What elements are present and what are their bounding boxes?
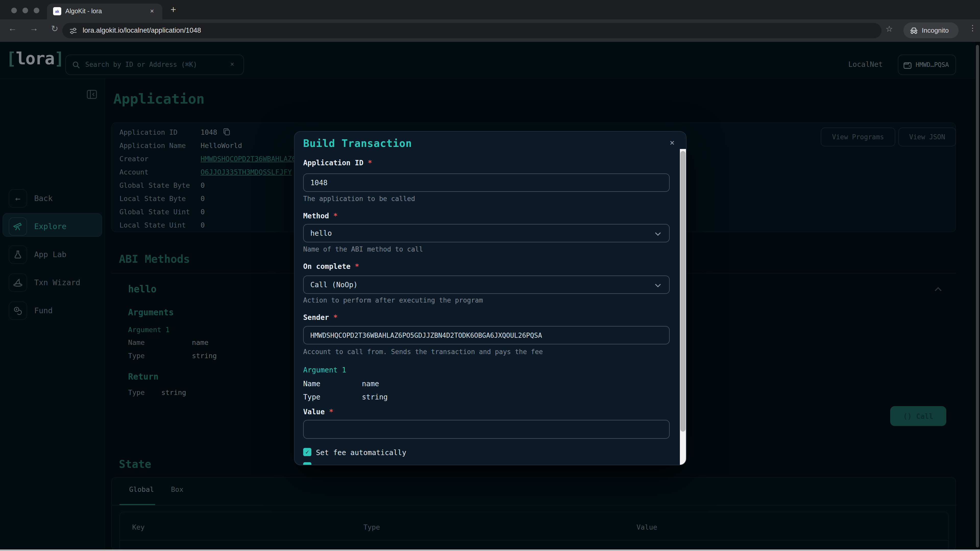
required-asterisk: * [333, 212, 338, 220]
fee-checkbox-label: Set fee automatically [316, 448, 406, 457]
browser-menu-icon[interactable]: ⋮ [969, 24, 977, 33]
bookmark-star-icon[interactable]: ☆ [886, 24, 893, 34]
telescope-icon [9, 218, 27, 236]
page-title: Application [113, 91, 205, 106]
creator-address-link[interactable]: HMWDSHQCOPD2T36WBAHLAZ6PO5GDJJZBN4D2TODK… [200, 155, 296, 163]
abi-method-name[interactable]: hello [128, 284, 156, 294]
arrow-left-icon: ← [9, 189, 27, 208]
view-json-button[interactable]: View JSON [898, 127, 956, 146]
sender-input[interactable] [303, 326, 670, 345]
reload-icon[interactable]: ↻ [51, 24, 59, 34]
search-input[interactable]: Search by ID or Address (⌘K) × [65, 55, 244, 75]
sidebar-item-fund[interactable]: Fund [0, 300, 105, 322]
browser-tab[interactable]: ak AlgoKit - lora × [47, 3, 162, 19]
fee-checkbox[interactable]: ✓ [303, 448, 311, 456]
incognito-badge: Incognito [904, 22, 959, 38]
state-table: Key Type Value [119, 512, 949, 551]
abi-return-type-label: Type [128, 388, 145, 396]
abi-name-value: name [192, 338, 208, 346]
site-info-icon[interactable] [69, 27, 77, 35]
application-id-helper: The application to be called [303, 195, 415, 203]
detail-value: 0 [200, 181, 205, 189]
check-icon: ✓ [305, 448, 309, 456]
abi-arguments-title: Arguments [128, 308, 174, 318]
screen: ak AlgoKit - lora × + ← → ↻ lora.algokit… [0, 0, 980, 551]
modal-scrollbar-thumb[interactable] [680, 151, 686, 432]
sender-label: Sender * [303, 313, 338, 321]
method-select-value: hello [310, 229, 332, 237]
new-tab-button[interactable]: + [170, 4, 176, 15]
on-complete-select[interactable]: Call (NoOp) [303, 275, 670, 294]
detail-label: Account [119, 168, 148, 176]
search-icon [73, 61, 80, 69]
url-text: lora.algokit.io/localnet/application/104… [83, 27, 201, 34]
sender-helper: Account to call from. Sends the transact… [303, 348, 543, 356]
tab-global[interactable]: Global [129, 485, 154, 493]
column-header-type: Type [363, 523, 380, 531]
back-icon[interactable]: ← [8, 24, 17, 34]
on-complete-label: On complete * [303, 262, 359, 270]
logo-bracket: ] [54, 48, 64, 68]
detail-value: HelloWorld [200, 141, 242, 149]
tab-box[interactable]: Box [171, 485, 183, 493]
logo-bracket: [ [6, 48, 16, 68]
method-select[interactable]: hello [303, 224, 670, 242]
view-programs-button[interactable]: View Programs [821, 127, 895, 146]
dialog-title: Build Transaction [303, 137, 412, 149]
value-label: Value * [303, 408, 333, 416]
abi-type-value: string [192, 351, 217, 360]
account-address-link[interactable]: O6JJOJ335TH3MDQSSLFJFY [200, 168, 296, 176]
lora-logo[interactable]: [lora] [6, 48, 64, 68]
tab-strip: ak AlgoKit - lora × + [0, 0, 980, 19]
traffic-close-icon[interactable] [11, 8, 17, 13]
wizard-hat-icon [9, 273, 27, 292]
collapse-sidebar-icon[interactable] [87, 90, 97, 99]
on-complete-select-value: Call (NoOp) [310, 281, 358, 289]
state-card: Global Box Key Type Value [111, 477, 956, 551]
sidebar-item-back[interactable]: ← Back [0, 187, 105, 210]
application-id-input[interactable] [303, 173, 670, 192]
dialog-close-icon[interactable]: × [670, 138, 675, 148]
sidebar-item-app-lab[interactable]: App Lab [0, 243, 105, 266]
wallet-address-label: HMWD…PQSA [916, 61, 949, 68]
search-placeholder: Search by ID or Address (⌘K) [85, 61, 197, 68]
sidebar-item-label: App Lab [34, 250, 66, 259]
method-label: Method * [303, 212, 338, 220]
network-selector[interactable]: LocalNet [848, 60, 883, 68]
traffic-minimize-icon[interactable] [22, 8, 28, 13]
traffic-zoom-icon[interactable] [34, 8, 39, 13]
method-helper: Name of the ABI method to call [303, 245, 423, 253]
state-title: State [119, 458, 151, 470]
page-scrollbar-thumb[interactable] [976, 45, 979, 548]
sidebar-item-txn-wizard[interactable]: Txn Wizard [0, 272, 105, 294]
incognito-label: Incognito [922, 27, 949, 34]
detail-label: Creator [119, 155, 148, 163]
tab-favicon: ak [53, 7, 61, 15]
detail-value: 0 [200, 221, 205, 229]
sidebar-item-label: Explore [34, 222, 66, 231]
detail-value: 0 [200, 208, 205, 216]
on-complete-helper: Action to perform after executing the pr… [303, 297, 483, 304]
required-asterisk: * [368, 159, 372, 167]
tab-close-icon[interactable]: × [150, 7, 154, 15]
detail-value: 0 [200, 194, 205, 203]
copy-icon[interactable] [223, 128, 230, 136]
column-header-value: Value [636, 523, 657, 531]
chevron-up-icon[interactable] [934, 287, 942, 292]
call-button[interactable]: () Call [890, 406, 946, 426]
detail-label: Local State Byte [119, 194, 186, 203]
tab-title: AlgoKit - lora [65, 8, 102, 15]
wallet-button[interactable]: HMWD…PQSA [898, 55, 956, 75]
value-input[interactable] [303, 420, 670, 439]
address-bar[interactable]: lora.algokit.io/localnet/application/104… [62, 23, 881, 38]
incognito-icon [910, 27, 918, 34]
next-checkbox-partial [303, 462, 311, 465]
argument-name-value: name [362, 380, 379, 388]
abi-return-type-value: string [161, 388, 186, 396]
forward-icon[interactable]: → [30, 24, 38, 34]
abi-methods-title: ABI Methods [119, 253, 190, 265]
abi-name-label: Name [128, 338, 145, 346]
sidebar-item-explore[interactable]: Explore [0, 215, 105, 238]
search-clear-icon[interactable]: × [230, 60, 234, 68]
site-header: [lora] Search by ID or Address (⌘K) × Lo… [0, 42, 980, 79]
